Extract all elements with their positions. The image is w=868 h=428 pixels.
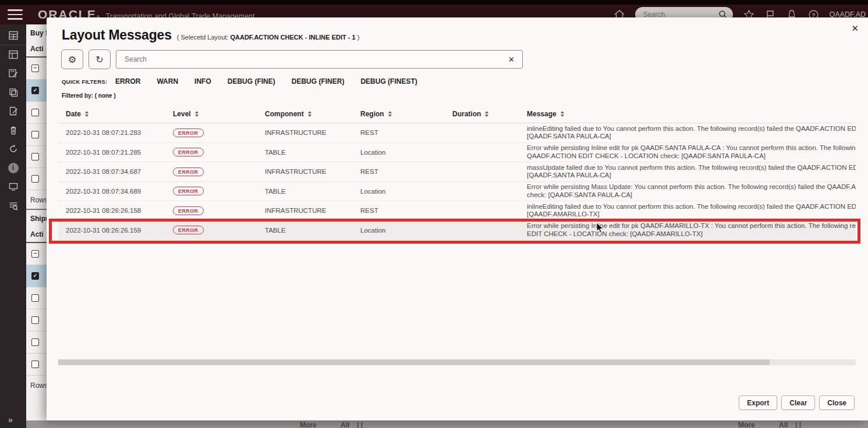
row-checkbox[interactable]	[31, 175, 39, 183]
pagination-bars: | |	[357, 421, 363, 428]
error-badge: ERROR	[173, 187, 204, 195]
filter-info[interactable]: INFO	[194, 77, 211, 85]
cell-component: INFRASTRUCTURE	[265, 129, 360, 136]
select-all-checkbox[interactable]	[31, 250, 39, 258]
filter-debug-finest[interactable]: DEBUG (FINEST)	[360, 77, 417, 85]
row-checkbox[interactable]	[31, 361, 39, 368]
cell-component: TABLE	[265, 188, 360, 195]
table-row[interactable]: 2022-10-31 08:26:26.158 ERROR INFRASTRUC…	[58, 201, 856, 221]
actions-column-header: Acti	[26, 40, 47, 58]
cell-message: massUpdate failed due to You cannot perf…	[527, 164, 856, 180]
cell-component: INFRASTRUCTURE	[265, 168, 360, 175]
row-checkbox[interactable]	[31, 294, 39, 302]
filter-debug-fine[interactable]: DEBUG (FINE)	[228, 77, 275, 85]
cell-date: 2022-10-31 08:07:21.285	[66, 149, 173, 156]
cell-level: ERROR	[173, 226, 265, 234]
sort-icon	[485, 111, 488, 117]
quick-filters-label: QUICK FILTERS:	[62, 79, 107, 85]
shipments-panel: Shipm Acti Rows	[26, 210, 47, 390]
close-icon[interactable]: ✕	[851, 23, 859, 34]
cell-date: 2022-10-31 08:26:26.158	[66, 207, 173, 214]
sidebar-expand-chevrons[interactable]: »	[8, 415, 13, 425]
refresh-icon: ↻	[95, 54, 103, 65]
cell-component: INFRASTRUCTURE	[265, 207, 360, 214]
cell-region: REST	[360, 207, 452, 214]
all-link[interactable]: All	[341, 421, 349, 428]
table-row	[26, 354, 47, 376]
horizontal-scrollbar[interactable]	[58, 359, 856, 365]
cell-level: ERROR	[173, 129, 265, 137]
clear-button[interactable]: Clear	[781, 395, 815, 410]
more-link[interactable]: More	[300, 421, 317, 428]
error-badge: ERROR	[173, 226, 204, 234]
rows-label: Rows	[26, 190, 47, 204]
table-row[interactable]: 2022-10-31 08:07:21.285 ERROR TABLE Loca…	[58, 143, 856, 163]
settings-button[interactable]: ⚙	[61, 49, 83, 69]
panel-title: Shipm	[26, 210, 47, 226]
refresh-icon[interactable]	[0, 140, 26, 159]
cell-message: Error while persisting Inline edit for p…	[527, 222, 856, 238]
row-checkbox[interactable]	[31, 338, 39, 346]
row-checkbox[interactable]	[31, 87, 39, 94]
sort-icon	[308, 111, 311, 117]
info-icon[interactable]: i	[0, 159, 26, 178]
column-header-date[interactable]: Date	[66, 110, 173, 118]
selected-layout-value: QAADF.ACTION CHECK - INLINE EDIT - 1	[230, 34, 355, 41]
column-header-component[interactable]: Component	[265, 110, 360, 118]
filter-error[interactable]: ERROR	[115, 77, 140, 85]
cell-level: ERROR	[173, 206, 265, 215]
form-edit-icon[interactable]	[0, 64, 26, 83]
scrollbar-thumb[interactable]	[58, 359, 770, 365]
cell-component: TABLE	[265, 227, 360, 234]
layout-messages-dialog: ✕ Layout Messages ( Selecetd Layout: QAA…	[47, 17, 868, 420]
layout-icon[interactable]	[0, 45, 26, 65]
table-row	[26, 58, 47, 80]
cell-message: Error while persisting Mass Update: You …	[527, 183, 856, 199]
messages-search-input[interactable]	[116, 55, 501, 63]
close-button[interactable]: Close	[819, 395, 855, 410]
select-all-checkbox[interactable]	[31, 65, 39, 72]
sort-icon	[195, 111, 199, 117]
column-header-level[interactable]: Level	[173, 110, 265, 118]
hamburger-menu-icon[interactable]	[8, 9, 23, 20]
copy-icon[interactable]	[0, 83, 26, 102]
clear-search-icon[interactable]: ✕	[501, 55, 522, 64]
background-panel: Buy S Acti Rows Shipm Acti Rows	[26, 24, 47, 428]
monitor-icon[interactable]	[0, 177, 26, 197]
cell-region: REST	[360, 129, 452, 136]
error-badge: ERROR	[173, 167, 204, 176]
export-button[interactable]: Export	[739, 395, 777, 410]
cell-level: ERROR	[173, 148, 265, 156]
cell-date: 2022-10-31 08:26:26.159	[66, 227, 173, 234]
more-link[interactable]: More	[738, 421, 755, 428]
row-checkbox[interactable]	[31, 131, 39, 138]
table-row	[26, 102, 47, 124]
row-checkbox[interactable]	[31, 316, 39, 324]
row-checkbox[interactable]	[31, 153, 39, 160]
row-checkbox[interactable]	[31, 272, 39, 280]
cell-date: 2022-10-31 08:07:34.687	[66, 168, 173, 175]
refresh-button[interactable]: ↻	[88, 49, 111, 69]
buy-shipments-panel: Buy S Acti Rows	[26, 24, 47, 210]
table-row[interactable]: 2022-10-31 08:07:34.687 ERROR INFRASTRUC…	[58, 162, 856, 182]
table-header-row: Date Level Component Region Duration Mes…	[58, 105, 856, 123]
sort-icon	[388, 111, 392, 117]
filter-warn[interactable]: WARN	[157, 77, 178, 85]
table-search-icon[interactable]	[0, 197, 26, 216]
table-row[interactable]: 2022-10-31 08:07:21.283 ERROR INFRASTRUC…	[58, 123, 856, 143]
table-row	[26, 146, 47, 168]
table-row[interactable]: 2022-10-31 08:07:34.689 ERROR TABLE Loca…	[58, 182, 856, 202]
doc-edit-icon[interactable]	[0, 102, 26, 121]
pagination-bars: | |	[795, 421, 801, 428]
table-row-highlighted[interactable]: 2022-10-31 08:26:26.159 ERROR TABLE Loca…	[58, 221, 856, 241]
trash-icon[interactable]	[0, 121, 26, 140]
cell-message: Error while persisting Inline edit for p…	[527, 144, 856, 160]
grid-icon[interactable]	[0, 26, 26, 45]
all-link[interactable]: All	[779, 421, 788, 428]
column-header-region[interactable]: Region	[360, 110, 452, 118]
filter-debug-finer[interactable]: DEBUG (FINER)	[292, 77, 345, 85]
row-checkbox[interactable]	[31, 109, 39, 116]
sort-icon	[85, 111, 88, 117]
column-header-message[interactable]: Message	[527, 110, 856, 118]
column-header-duration[interactable]: Duration	[452, 110, 527, 118]
